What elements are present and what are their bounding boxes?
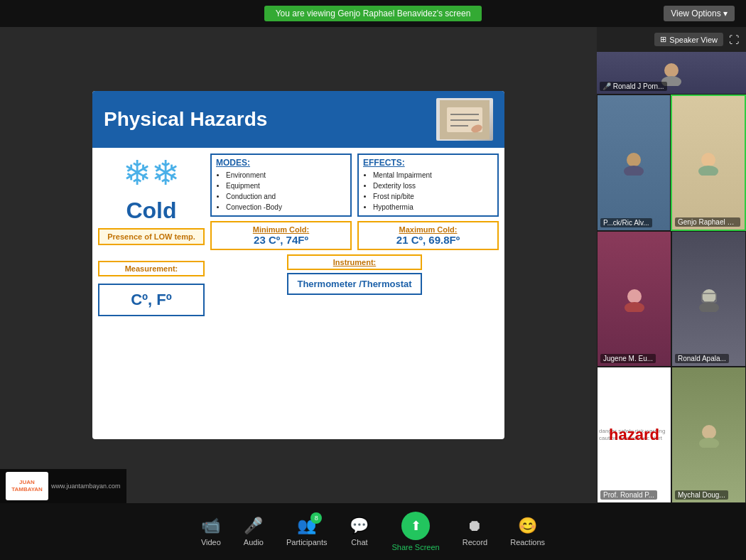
reactions-button[interactable]: 😊 Reactions <box>510 517 545 546</box>
speaker-view-bar: ⊞ Speaker View ⛶ <box>597 27 746 52</box>
modes-list: Environment Equipment Conduction and Con… <box>216 170 346 212</box>
max-cold-label: Maximum Cold: <box>363 225 493 234</box>
speaker-view-button[interactable]: ⊞ Speaker View <box>654 33 723 46</box>
reactions-icon: 😊 <box>518 517 537 535</box>
modes-effects-row: MODES: Environment Equipment Conduction … <box>210 154 499 217</box>
participant-name-patrick: P...ck/Ric Alv... <box>600 218 652 227</box>
effects-list: Mental Impairment Dexterity loss Frost n… <box>363 170 493 212</box>
participant-row-middle: P...ck/Ric Alv... Genjo Raphael Ve... <box>597 95 746 231</box>
effects-item-3: Frost nip/bite <box>373 191 493 202</box>
view-options-button[interactable]: View Options ▾ <box>664 6 735 21</box>
top-bar: You are viewing Genjo Raphael Benavidez'… <box>0 0 746 27</box>
slide-header-image <box>436 98 493 141</box>
participants-panel: ⊞ Speaker View ⛶ 🎤 Ronald J Porn... <box>597 27 746 503</box>
fullscreen-button[interactable]: ⛶ <box>729 34 739 45</box>
participant-name-ronald2: Ronald Apala... <box>675 354 729 363</box>
unit-label: Cº, Fº <box>98 284 205 316</box>
svg-point-18 <box>699 438 719 448</box>
participant-tile-ronald: 🎤 Ronald J Porn... <box>597 52 746 95</box>
svg-point-13 <box>625 302 644 312</box>
participant-name-prof: Prof. Ronald P... <box>600 490 657 500</box>
participant-tile-patrick: P...ck/Ric Alv... <box>597 95 671 231</box>
participant-avatar-ronald2 <box>696 286 722 312</box>
min-cold-box: Minimum Cold: 23 Cº, 74Fº <box>210 221 352 250</box>
slide-left-col: ❄❄ Cold Presence of LOW temp. Measuremen… <box>98 154 205 439</box>
participant-name-mychal: Mychal Doug... <box>675 490 728 500</box>
max-cold-value: 21 Cº, 69.8Fº <box>363 234 493 246</box>
effects-box: EFFECTS: Mental Impairment Dexterity los… <box>357 154 499 217</box>
slide-body: ❄❄ Cold Presence of LOW temp. Measuremen… <box>92 148 504 439</box>
participant-name-genjo: Genjo Raphael Ve... <box>675 217 740 227</box>
svg-point-12 <box>627 289 642 303</box>
share-screen-icon: ⬆ <box>401 512 430 540</box>
svg-point-6 <box>664 63 679 77</box>
svg-point-16 <box>699 302 719 312</box>
participant-tile-hazard: danger safety risk warning caution hazar… <box>597 367 671 503</box>
participant-tile-ronald2: Ronald Apala... <box>671 231 746 367</box>
measurement-label: Measurement: <box>98 261 205 276</box>
record-icon: ⏺ <box>467 517 482 535</box>
participant-avatar-mychal <box>696 422 722 448</box>
participant-row-bottom: Jugene M. Eu... Ronald Apala... <box>597 231 746 367</box>
svg-point-9 <box>624 166 644 176</box>
participants-button[interactable]: 👥 8 Participants <box>286 517 327 546</box>
svg-point-8 <box>627 153 641 167</box>
participant-row-last: danger safety risk warning caution hazar… <box>597 367 746 503</box>
temp-row: Minimum Cold: 23 Cº, 74Fº Maximum Cold: … <box>210 221 499 250</box>
toolbar: 📹 Video 🎤 Audio 👥 8 Participants 💬 Chat … <box>0 503 746 560</box>
participant-avatar-genjo <box>696 150 721 176</box>
record-button[interactable]: ⏺ Record <box>463 517 487 546</box>
min-cold-label: Minimum Cold: <box>216 225 346 234</box>
participant-tile-genjo: Genjo Raphael Ve... <box>671 95 746 231</box>
slide-title: Physical Hazards <box>104 108 267 131</box>
participant-tile-mychal: Mychal Doug... <box>671 367 746 503</box>
viewing-banner: You are viewing Genjo Raphael Benavidez'… <box>264 6 482 21</box>
hand-writing-icon <box>440 100 490 139</box>
modes-box: MODES: Environment Equipment Conduction … <box>210 154 352 217</box>
presentation-slide: Physical Hazards <box>92 91 504 439</box>
max-cold-box: Maximum Cold: 21 Cº, 69.8Fº <box>357 221 499 250</box>
participant-avatar-patrick <box>621 150 647 176</box>
effects-item-4: Hypothermia <box>373 202 493 212</box>
svg-point-10 <box>701 153 715 167</box>
cold-label: Cold <box>98 198 205 224</box>
slide-right-col: MODES: Environment Equipment Conduction … <box>210 154 499 439</box>
snowflake-icon: ❄❄ <box>98 156 205 190</box>
participant-avatar-jugene <box>622 286 647 312</box>
watermark: JUAN TAMBAYAN www.juantambayan.com <box>0 469 126 503</box>
participant-name-jugene: Jugene M. Eu... <box>600 354 656 363</box>
svg-point-11 <box>698 166 718 176</box>
modes-item-1: Environment <box>226 170 346 181</box>
chat-button[interactable]: 💬 Chat <box>350 517 369 546</box>
hazard-word: hazard <box>609 426 659 444</box>
share-screen-button[interactable]: ⬆ Share Screen <box>391 512 439 551</box>
svg-point-14 <box>702 289 716 303</box>
watermark-url: www.juantambayan.com <box>51 483 121 490</box>
screen-share-area: Physical Hazards <box>0 27 597 503</box>
effects-item-1: Mental Impairment <box>373 170 493 181</box>
presence-box: Presence of LOW temp. <box>98 228 205 245</box>
mic-icon: 🎤 <box>602 82 611 90</box>
modes-item-2: Equipment <box>226 181 346 191</box>
participant-tile-jugene: Jugene M. Eu... <box>597 231 671 367</box>
audio-button[interactable]: 🎤 Audio <box>244 517 264 546</box>
main-area: Physical Hazards <box>0 27 746 503</box>
effects-title: EFFECTS: <box>363 158 493 168</box>
audio-icon: 🎤 <box>244 517 263 535</box>
speaker-view-icon: ⊞ <box>660 35 666 44</box>
effects-item-2: Dexterity loss <box>373 181 493 191</box>
chat-icon: 💬 <box>350 517 369 535</box>
video-button[interactable]: 📹 Video <box>201 517 221 546</box>
participant-name-ronald: 🎤 Ronald J Porn... <box>600 82 667 91</box>
svg-point-17 <box>702 425 716 439</box>
instrument-value: Thermometer /Thermostat <box>287 273 421 295</box>
slide-header: Physical Hazards <box>92 91 504 148</box>
instrument-label: Instrument: <box>287 254 421 270</box>
modes-item-4: Convection -Body <box>226 202 346 212</box>
instrument-section: Instrument: Thermometer /Thermostat <box>287 254 421 295</box>
modes-item-3: Conduction and <box>226 191 346 202</box>
min-cold-value: 23 Cº, 74Fº <box>216 234 346 246</box>
modes-title: MODES: <box>216 158 346 168</box>
watermark-logo: JUAN TAMBAYAN <box>6 472 48 500</box>
participants-badge: 8 <box>310 512 322 524</box>
